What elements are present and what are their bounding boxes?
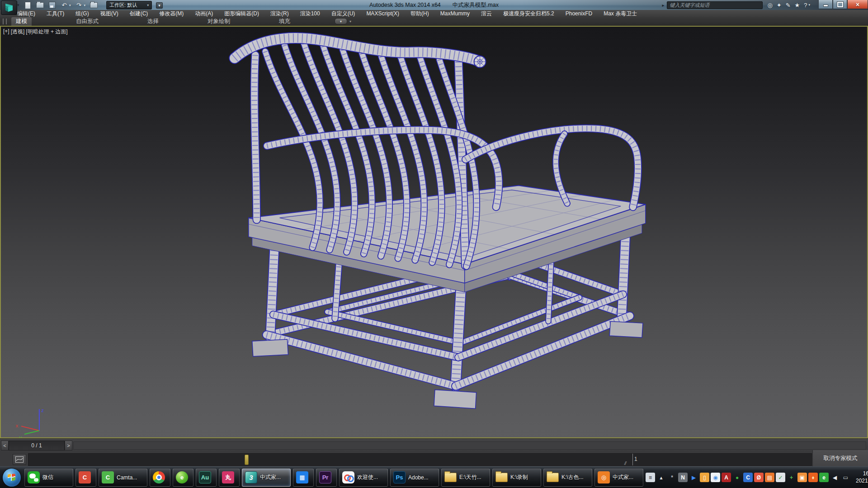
camera-tray-icon[interactable]: ▣ xyxy=(797,473,807,482)
app-logo-3dsmax-button[interactable] xyxy=(1,0,17,15)
undo-icon[interactable]: ↶ xyxy=(60,2,68,9)
sync-tray-icon[interactable]: ▶ xyxy=(689,473,698,482)
track-bar-field[interactable]: 1 // xyxy=(28,453,812,466)
minimize-button[interactable] xyxy=(818,0,833,9)
favorites-star-icon[interactable]: ★ xyxy=(795,2,800,9)
taskbar-folder-k-record[interactable]: K:\录制 xyxy=(492,469,541,487)
previous-frame-button[interactable]: < xyxy=(1,441,9,450)
network-tray-icon[interactable]: ▭ xyxy=(841,473,850,482)
usb-drive-tray-icon[interactable]: ▯ xyxy=(700,473,709,482)
taskbar-folder-e-tianzhu[interactable]: E:\天竹... xyxy=(441,469,490,487)
taskbar-clock[interactable]: 16:55 2021-03-25 xyxy=(856,470,868,484)
flame-tray-icon[interactable]: ♦ xyxy=(808,473,818,482)
search-input[interactable] xyxy=(667,1,763,9)
menu-maxmummy[interactable]: MaxMummy xyxy=(440,10,470,17)
menu-animation[interactable]: 动画(A) xyxy=(195,10,213,18)
taskbar-video-tiles[interactable]: ▦ xyxy=(293,469,314,487)
infocenter-collapse-icon[interactable]: ▸ xyxy=(662,3,664,8)
mini-curve-editor-button[interactable] xyxy=(13,454,26,465)
ribbon-tab-object-paint[interactable]: 对象绘制 xyxy=(203,17,235,26)
wangwang-muted-tray-icon[interactable]: Ø xyxy=(754,473,764,482)
close-button[interactable]: × xyxy=(847,0,868,9)
ribbon-tab-populate[interactable]: 填充 xyxy=(274,17,295,26)
app-menu-caret-icon[interactable]: ▾ xyxy=(17,3,19,7)
restore-button[interactable] xyxy=(833,0,847,9)
axis-y-label: y xyxy=(19,435,22,437)
explorer-window-tray-icon[interactable]: ▤ xyxy=(765,473,774,482)
taskbar-wechat[interactable]: 微信 xyxy=(24,469,73,487)
ribbon-tab-modeling[interactable]: 建模 xyxy=(11,17,32,26)
show-hidden-icons-arrow[interactable]: ▴ xyxy=(656,473,666,482)
menu-group[interactable]: 组(G) xyxy=(75,10,89,18)
ebrowser-tray-icon[interactable]: e xyxy=(819,473,829,482)
ribbon-tab-selection[interactable]: 选择 xyxy=(143,17,163,26)
communication-center-icon[interactable]: ✎ xyxy=(786,2,791,9)
menu-antivirus[interactable]: Max 杀毒卫士 xyxy=(604,10,637,18)
volume-tray-icon[interactable]: ◀ xyxy=(830,473,840,482)
menu-rendercloud[interactable]: 渲云 xyxy=(481,10,492,18)
perspective-viewport[interactable]: [+] [透视] [明暗处理 + 边面] xyxy=(0,26,868,438)
viewport-general-menu[interactable]: [+] xyxy=(3,28,9,36)
search-binoculars-icon[interactable]: ◎ xyxy=(767,2,772,9)
ribbon-tab-freeform[interactable]: 自由形式 xyxy=(71,17,103,26)
start-button[interactable] xyxy=(3,469,21,487)
open-file-icon[interactable] xyxy=(36,2,44,9)
menu-create[interactable]: 创建(C) xyxy=(130,10,148,18)
viewport-pov-menu[interactable]: [透视] xyxy=(11,28,25,36)
time-slider-track[interactable] xyxy=(73,441,866,450)
wireframe-chair-model[interactable]: z x y xyxy=(1,27,867,437)
360-safe-tray-icon[interactable]: ◉ xyxy=(711,473,720,482)
menu-graph-editors[interactable]: 图形编辑器(D) xyxy=(224,10,259,18)
redo-icon[interactable]: ↷ xyxy=(75,2,83,9)
ribbon-minimize-button[interactable]: ▼ xyxy=(335,18,347,24)
toolbar-overflow-button[interactable]: ▾ xyxy=(156,2,163,9)
menu-rendering[interactable]: 渲染(R) xyxy=(270,10,289,18)
menu-modifiers[interactable]: 修改器(M) xyxy=(159,10,184,18)
clip-tray-icon[interactable]: N xyxy=(678,473,688,482)
driver-tray-icon[interactable]: C xyxy=(743,473,753,482)
menu-phoenixfd[interactable]: PhoenixFD xyxy=(566,10,592,17)
wechat-tray-icon[interactable]: ● xyxy=(732,473,742,482)
undo-dropdown-icon[interactable]: ▾ xyxy=(69,4,71,7)
taskbar-camtasia-recorder[interactable]: C xyxy=(75,469,96,487)
taskbar-camtasia[interactable]: C Camta... xyxy=(99,469,147,487)
menu-customize[interactable]: 自定义(U) xyxy=(331,10,355,18)
help-dropdown-icon[interactable]: ▾ xyxy=(808,3,810,7)
menu-slim-archive[interactable]: 极速瘦身安全归档5.2 xyxy=(503,10,554,18)
menu-edit[interactable]: 编辑(E) xyxy=(17,10,35,18)
menu-tools[interactable]: 工具(T) xyxy=(47,10,64,18)
taskbar-audition[interactable]: Au xyxy=(196,469,217,487)
time-slider-handle[interactable] xyxy=(245,455,249,465)
project-folder-icon[interactable] xyxy=(90,2,98,9)
taskbar-orange-app[interactable]: ◎ 中式家... xyxy=(594,469,643,487)
menu-render100[interactable]: 渲染100 xyxy=(300,10,320,18)
remove-hardware-tray-icon[interactable]: ✓ xyxy=(776,473,785,482)
ribbon-grip-handle[interactable] xyxy=(3,19,7,24)
redo-dropdown-icon[interactable]: ▾ xyxy=(84,4,86,7)
menu-views[interactable]: 视图(V) xyxy=(100,10,118,18)
taskbar-chrome[interactable] xyxy=(150,469,170,487)
subscription-wrench-icon[interactable]: ✦ xyxy=(777,2,782,9)
ribbon-minimize-caret-icon[interactable]: ▾ xyxy=(349,19,351,23)
taskbar-3dsmax[interactable]: 3 中式家... xyxy=(242,469,291,487)
workspace-selector[interactable]: 工作区: 默认 ▾ xyxy=(106,1,152,9)
viewport-shading-menu[interactable]: [明暗处理 + 边面] xyxy=(26,28,67,36)
menu-maxscript[interactable]: MAXScript(X) xyxy=(366,10,399,17)
plugin-tray-icon[interactable]: * xyxy=(667,473,677,482)
menu-help[interactable]: 帮助(H) xyxy=(410,10,429,18)
next-frame-button[interactable]: > xyxy=(65,441,72,450)
input-method-icon[interactable]: ≡ xyxy=(646,473,655,482)
network-plus-tray-icon[interactable]: + xyxy=(787,473,796,482)
taskbar-browser-green[interactable]: e xyxy=(173,469,193,487)
help-icon[interactable]: ? xyxy=(804,2,807,9)
taskbar-folder-k-guse[interactable]: K:\古色... xyxy=(543,469,592,487)
new-scene-icon[interactable] xyxy=(24,2,32,9)
cancel-expert-mode-button[interactable]: 取消专家模式 xyxy=(812,450,868,466)
taskbar-welcome[interactable]: 欢迎使... xyxy=(339,469,388,487)
taskbar-premiere[interactable]: Pr xyxy=(316,469,337,487)
taskbar-wanzi[interactable]: 丸 xyxy=(219,469,240,487)
frame-display[interactable]: 0 / 1 xyxy=(9,441,65,450)
save-file-icon[interactable] xyxy=(48,2,56,9)
acrobat-tray-icon[interactable]: A xyxy=(722,473,731,482)
taskbar-photoshop[interactable]: Ps Adobe... xyxy=(390,469,439,487)
